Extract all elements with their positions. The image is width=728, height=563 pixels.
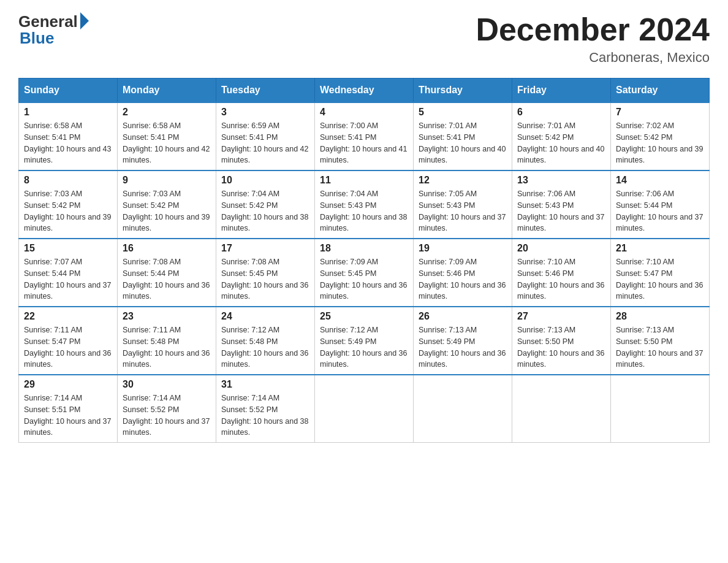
day-number: 4 — [320, 107, 408, 118]
calendar-cell: 3 Sunrise: 6:59 AMSunset: 5:41 PMDayligh… — [216, 102, 315, 170]
day-number: 29 — [24, 379, 112, 390]
day-number: 5 — [419, 107, 507, 118]
day-info: Sunrise: 7:09 AMSunset: 5:46 PMDaylight:… — [419, 258, 506, 301]
day-number: 10 — [221, 175, 309, 186]
calendar-cell: 20 Sunrise: 7:10 AMSunset: 5:46 PMDaylig… — [512, 239, 611, 307]
day-info: Sunrise: 7:06 AMSunset: 5:44 PMDaylight:… — [616, 190, 703, 232]
calendar-cell: 15 Sunrise: 7:07 AMSunset: 5:44 PMDaylig… — [19, 239, 118, 307]
header-friday: Friday — [512, 79, 611, 103]
day-number: 25 — [320, 311, 408, 322]
day-info: Sunrise: 7:11 AMSunset: 5:47 PMDaylight:… — [24, 326, 111, 369]
location-subtitle: Carboneras, Mexico — [476, 50, 710, 66]
day-info: Sunrise: 7:10 AMSunset: 5:47 PMDaylight:… — [616, 258, 703, 301]
calendar-cell: 6 Sunrise: 7:01 AMSunset: 5:42 PMDayligh… — [512, 102, 611, 170]
day-number: 16 — [123, 243, 211, 254]
day-number: 21 — [616, 243, 704, 254]
calendar-cell: 29 Sunrise: 7:14 AMSunset: 5:51 PMDaylig… — [19, 375, 118, 443]
calendar-cell: 26 Sunrise: 7:13 AMSunset: 5:49 PMDaylig… — [414, 307, 512, 375]
day-info: Sunrise: 7:08 AMSunset: 5:45 PMDaylight:… — [221, 258, 308, 301]
day-info: Sunrise: 7:06 AMSunset: 5:43 PMDaylight:… — [517, 190, 604, 232]
calendar-cell: 18 Sunrise: 7:09 AMSunset: 5:45 PMDaylig… — [315, 239, 414, 307]
calendar-cell: 19 Sunrise: 7:09 AMSunset: 5:46 PMDaylig… — [414, 239, 512, 307]
day-info: Sunrise: 7:11 AMSunset: 5:48 PMDaylight:… — [123, 326, 210, 369]
header-wednesday: Wednesday — [315, 79, 414, 103]
day-info: Sunrise: 7:04 AMSunset: 5:43 PMDaylight:… — [320, 190, 407, 232]
day-info: Sunrise: 7:04 AMSunset: 5:42 PMDaylight:… — [221, 190, 308, 232]
day-number: 8 — [24, 175, 112, 186]
day-number: 28 — [616, 311, 704, 322]
day-number: 18 — [320, 243, 408, 254]
day-number: 9 — [123, 175, 211, 186]
day-info: Sunrise: 7:08 AMSunset: 5:44 PMDaylight:… — [123, 258, 210, 301]
day-number: 17 — [221, 243, 309, 254]
calendar-table: SundayMondayTuesdayWednesdayThursdayFrid… — [18, 78, 710, 443]
day-number: 26 — [419, 311, 507, 322]
header-tuesday: Tuesday — [216, 79, 315, 103]
day-number: 27 — [517, 311, 605, 322]
day-info: Sunrise: 7:14 AMSunset: 5:51 PMDaylight:… — [24, 394, 111, 437]
header-thursday: Thursday — [414, 79, 512, 103]
day-number: 22 — [24, 311, 112, 322]
calendar-cell: 30 Sunrise: 7:14 AMSunset: 5:52 PMDaylig… — [118, 375, 216, 443]
calendar-cell — [315, 375, 414, 443]
calendar-cell: 16 Sunrise: 7:08 AMSunset: 5:44 PMDaylig… — [118, 239, 216, 307]
calendar-cell: 25 Sunrise: 7:12 AMSunset: 5:49 PMDaylig… — [315, 307, 414, 375]
week-row-3: 15 Sunrise: 7:07 AMSunset: 5:44 PMDaylig… — [19, 239, 710, 307]
day-info: Sunrise: 7:13 AMSunset: 5:49 PMDaylight:… — [419, 326, 506, 369]
day-info: Sunrise: 7:00 AMSunset: 5:41 PMDaylight:… — [320, 121, 407, 164]
header-saturday: Saturday — [611, 79, 710, 103]
calendar-cell: 9 Sunrise: 7:03 AMSunset: 5:42 PMDayligh… — [118, 170, 216, 239]
calendar-cell: 13 Sunrise: 7:06 AMSunset: 5:43 PMDaylig… — [512, 170, 611, 239]
calendar-cell: 8 Sunrise: 7:03 AMSunset: 5:42 PMDayligh… — [19, 170, 118, 239]
calendar-cell: 1 Sunrise: 6:58 AMSunset: 5:41 PMDayligh… — [19, 102, 118, 170]
day-number: 24 — [221, 311, 309, 322]
day-info: Sunrise: 7:13 AMSunset: 5:50 PMDaylight:… — [616, 326, 703, 369]
logo-blue-text: Blue — [18, 29, 54, 48]
calendar-cell: 31 Sunrise: 7:14 AMSunset: 5:52 PMDaylig… — [216, 375, 315, 443]
day-info: Sunrise: 7:10 AMSunset: 5:46 PMDaylight:… — [517, 258, 604, 301]
calendar-cell: 21 Sunrise: 7:10 AMSunset: 5:47 PMDaylig… — [611, 239, 710, 307]
day-number: 15 — [24, 243, 112, 254]
day-number: 30 — [123, 379, 211, 390]
day-info: Sunrise: 7:14 AMSunset: 5:52 PMDaylight:… — [221, 394, 308, 437]
day-number: 3 — [221, 107, 309, 118]
week-row-4: 22 Sunrise: 7:11 AMSunset: 5:47 PMDaylig… — [19, 307, 710, 375]
calendar-cell: 24 Sunrise: 7:12 AMSunset: 5:48 PMDaylig… — [216, 307, 315, 375]
day-info: Sunrise: 7:12 AMSunset: 5:49 PMDaylight:… — [320, 326, 407, 369]
day-number: 12 — [419, 175, 507, 186]
day-info: Sunrise: 7:13 AMSunset: 5:50 PMDaylight:… — [517, 326, 604, 369]
calendar-cell: 27 Sunrise: 7:13 AMSunset: 5:50 PMDaylig… — [512, 307, 611, 375]
calendar-cell: 10 Sunrise: 7:04 AMSunset: 5:42 PMDaylig… — [216, 170, 315, 239]
day-info: Sunrise: 7:02 AMSunset: 5:42 PMDaylight:… — [616, 121, 703, 164]
day-info: Sunrise: 7:01 AMSunset: 5:41 PMDaylight:… — [419, 121, 506, 164]
day-info: Sunrise: 7:09 AMSunset: 5:45 PMDaylight:… — [320, 258, 407, 301]
calendar-cell — [512, 375, 611, 443]
week-row-2: 8 Sunrise: 7:03 AMSunset: 5:42 PMDayligh… — [19, 170, 710, 239]
week-row-1: 1 Sunrise: 6:58 AMSunset: 5:41 PMDayligh… — [19, 102, 710, 170]
day-number: 11 — [320, 175, 408, 186]
day-info: Sunrise: 7:12 AMSunset: 5:48 PMDaylight:… — [221, 326, 308, 369]
day-info: Sunrise: 7:07 AMSunset: 5:44 PMDaylight:… — [24, 258, 111, 301]
month-title: December 2024 — [476, 12, 710, 47]
calendar-cell: 14 Sunrise: 7:06 AMSunset: 5:44 PMDaylig… — [611, 170, 710, 239]
calendar-cell: 22 Sunrise: 7:11 AMSunset: 5:47 PMDaylig… — [19, 307, 118, 375]
day-number: 14 — [616, 175, 704, 186]
header-sunday: Sunday — [19, 79, 118, 103]
day-info: Sunrise: 7:03 AMSunset: 5:42 PMDaylight:… — [123, 190, 210, 232]
calendar-header-row: SundayMondayTuesdayWednesdayThursdayFrid… — [19, 79, 710, 103]
calendar-cell: 28 Sunrise: 7:13 AMSunset: 5:50 PMDaylig… — [611, 307, 710, 375]
calendar-cell: 5 Sunrise: 7:01 AMSunset: 5:41 PMDayligh… — [414, 102, 512, 170]
day-info: Sunrise: 6:59 AMSunset: 5:41 PMDaylight:… — [221, 121, 308, 164]
calendar-cell: 2 Sunrise: 6:58 AMSunset: 5:41 PMDayligh… — [118, 102, 216, 170]
header-monday: Monday — [118, 79, 216, 103]
day-number: 6 — [517, 107, 605, 118]
calendar-cell: 12 Sunrise: 7:05 AMSunset: 5:43 PMDaylig… — [414, 170, 512, 239]
day-number: 13 — [517, 175, 605, 186]
day-number: 7 — [616, 107, 704, 118]
day-number: 20 — [517, 243, 605, 254]
calendar-cell: 4 Sunrise: 7:00 AMSunset: 5:41 PMDayligh… — [315, 102, 414, 170]
day-number: 19 — [419, 243, 507, 254]
week-row-5: 29 Sunrise: 7:14 AMSunset: 5:51 PMDaylig… — [19, 375, 710, 443]
day-number: 31 — [221, 379, 309, 390]
calendar-cell: 11 Sunrise: 7:04 AMSunset: 5:43 PMDaylig… — [315, 170, 414, 239]
